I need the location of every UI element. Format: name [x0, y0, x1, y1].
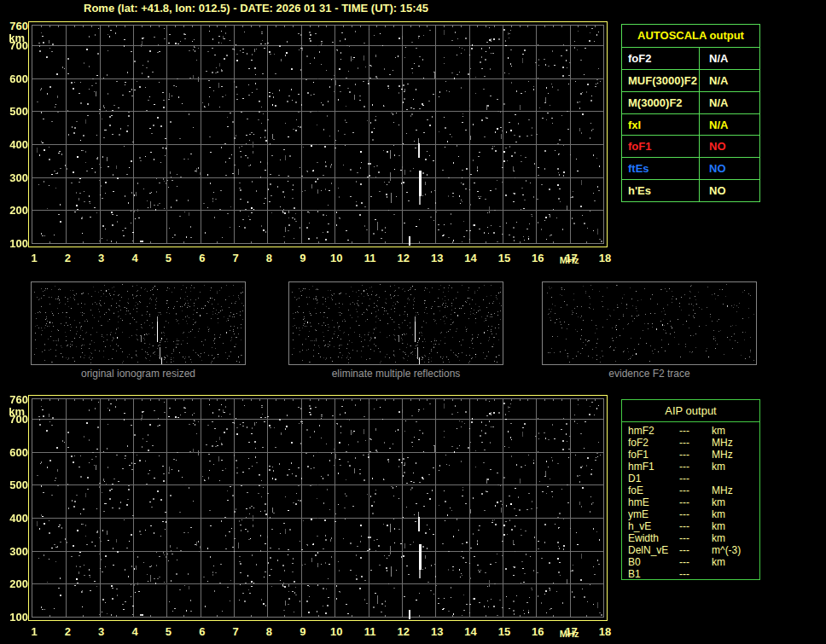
aip-row-foE: foE---MHz: [622, 484, 759, 496]
aip-param-unit: km: [712, 461, 759, 473]
aip-param-label: h_vE: [622, 520, 679, 532]
panel-original-ionogram: [31, 281, 246, 365]
aip-param-label: B1: [622, 568, 679, 580]
aip-param-label: D1: [622, 473, 679, 484]
aip-param-value: ---: [679, 484, 712, 496]
aip-row-D1: D1---: [622, 473, 759, 484]
panel-eliminate-reflections: [288, 281, 503, 365]
y-tick-bottom: 200: [0, 577, 28, 590]
autoscala-row-fxI: fxIN/A: [622, 114, 759, 136]
aip-param-unit: km: [712, 425, 759, 437]
aip-output-table: AIP output hmF2---kmfoF2---MHzfoF1---MHz…: [621, 399, 760, 580]
aip-param-unit: MHz: [712, 437, 759, 449]
x-tick-bottom: 11: [359, 625, 381, 638]
x-tick-top: 11: [359, 252, 381, 264]
aip-param-label: hmF2: [622, 425, 679, 437]
x-tick-top: 2: [56, 252, 79, 264]
x-tick-bottom: 8: [258, 625, 280, 638]
autoscala-param-value: NO: [700, 140, 726, 153]
x-tick-bottom: 15: [493, 625, 515, 638]
aip-param-label: ymE: [622, 508, 679, 520]
ionogram-canvas-top: [29, 22, 607, 247]
aip-table-title: AIP output: [622, 400, 759, 422]
autoscala-param-value: N/A: [700, 52, 728, 65]
autoscala-param-value: N/A: [700, 74, 728, 87]
y-tick-bottom: 500: [0, 479, 28, 491]
aip-param-label: DelN_vE: [622, 544, 679, 556]
aip-param-unit: km: [712, 496, 759, 508]
x-tick-bottom: 12: [393, 625, 415, 638]
aip-param-label: foE: [622, 484, 679, 496]
panel-evidence-f2: [542, 281, 757, 365]
x-tick-bottom: 5: [157, 625, 179, 638]
ionogram-plot-bottom: [28, 395, 608, 621]
station-date-time-header: Rome (lat: +41.8, lon: 012.5) - DATE: 20…: [0, 2, 512, 15]
autoscala-row-foF1: foF1NO: [622, 136, 759, 158]
y-tick-bottom: 600: [0, 446, 28, 459]
x-tick-top: 4: [124, 252, 146, 264]
x-tick-bottom: 10: [325, 625, 347, 638]
x-tick-bottom: 7: [224, 625, 247, 638]
aip-param-unit: MHz: [712, 484, 759, 496]
aip-param-unit: km: [712, 556, 759, 568]
y-tick-top: 200: [0, 204, 28, 217]
x-tick-bottom: 14: [460, 625, 482, 638]
autoscala-param-label: M(3000)F2: [622, 92, 700, 113]
aip-row-hmF2: hmF2---km: [622, 425, 759, 437]
x-tick-bottom: 2: [56, 625, 79, 638]
panel-caption-original: original ionogram resized: [31, 368, 246, 380]
y-tick-top: 400: [0, 138, 28, 151]
x-tick-bottom: 1: [23, 625, 45, 638]
y-tick-bottom: 100: [0, 611, 28, 624]
aip-param-value: ---: [679, 425, 712, 437]
panel-caption-eliminate: eliminate multiple reflections: [288, 368, 503, 380]
aip-param-label: Ewidth: [622, 532, 679, 544]
autoscala-table-rows: foF2N/AMUF(3000)F2N/AM(3000)F2N/AfxIN/Af…: [622, 48, 759, 201]
autoscala-table-title: AUTOSCALA output: [622, 25, 759, 48]
aip-param-value: ---: [679, 568, 712, 580]
autoscala-row-foF2: foF2N/A: [622, 48, 759, 70]
aip-param-value: ---: [679, 449, 712, 461]
autoscala-row-ftEs: ftEsNO: [622, 158, 759, 180]
aip-row-B0: B0---km: [622, 556, 759, 568]
aip-param-label: foF2: [622, 437, 679, 449]
aip-param-value: ---: [679, 532, 712, 544]
x-tick-bottom: 6: [191, 625, 213, 638]
x-tick-bottom: 3: [90, 625, 113, 638]
y-tick-bottom: 300: [0, 545, 28, 558]
autoscala-output-table: AUTOSCALA output foF2N/AMUF(3000)F2N/AM(…: [621, 24, 760, 202]
aip-row-hmF1: hmF1---km: [622, 461, 759, 473]
x-tick-top: 6: [191, 252, 213, 264]
autoscala-row-M(3000)F2: M(3000)F2N/A: [622, 92, 759, 114]
panel-eliminate-canvas: [289, 282, 503, 364]
aip-row-DelN_vE: DelN_vE---m^(-3): [622, 544, 759, 556]
aip-row-foF2: foF2---MHz: [622, 437, 759, 449]
autoscala-param-label: foF2: [622, 48, 700, 69]
aip-param-value: ---: [679, 437, 712, 449]
autoscala-param-value: N/A: [700, 119, 728, 131]
aip-param-unit: m^(-3): [712, 544, 759, 556]
autoscala-row-h'Es: h'EsNO: [622, 180, 759, 201]
aip-row-hmE: hmE---km: [622, 496, 759, 508]
autoscala-param-value: NO: [700, 184, 726, 197]
aip-param-value: ---: [679, 461, 712, 473]
x-tick-top: 16: [526, 252, 549, 264]
x-tick-top: 3: [90, 252, 113, 264]
x-tick-top: 7: [224, 252, 247, 264]
autoscala-param-label: h'Es: [622, 180, 700, 201]
x-tick-top: 14: [460, 252, 482, 264]
aip-param-label: B0: [622, 556, 679, 568]
aip-param-label: foF1: [622, 449, 679, 461]
y-tick-bottom: 400: [0, 512, 28, 525]
x-tick-bottom: 18: [594, 625, 616, 638]
x-tick-top: 1: [23, 252, 45, 264]
panel-evidence-canvas: [543, 282, 756, 364]
aip-row-Ewidth: Ewidth---km: [622, 532, 759, 544]
autoscala-param-label: foF1: [622, 136, 700, 157]
x-tick-top: 15: [493, 252, 515, 264]
x-tick-top: 8: [258, 252, 280, 264]
autoscala-window: Rome (lat: +41.8, lon: 012.5) - DATE: 20…: [0, 0, 826, 644]
x-tick-top: 5: [157, 252, 179, 264]
x-tick-bottom: 4: [124, 625, 146, 638]
aip-param-value: ---: [679, 496, 712, 508]
